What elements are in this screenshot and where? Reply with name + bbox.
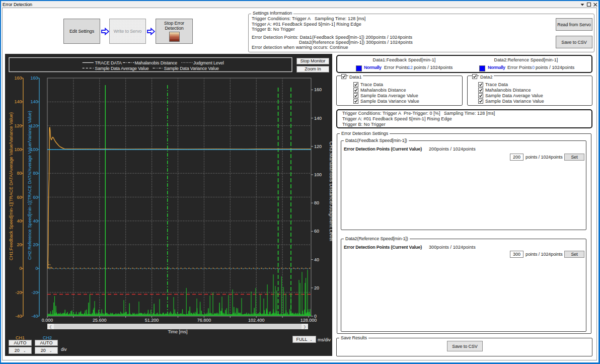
svg-text:20: 20	[17, 242, 22, 247]
svg-text:CH3:Mahalanobis Distance/Judgm: CH3:Mahalanobis Distance/Judgment Level	[329, 141, 332, 241]
svg-text:100: 100	[314, 172, 322, 177]
svg-text:160: 160	[314, 87, 322, 92]
svg-text:-40: -40	[31, 314, 38, 319]
svg-text:76.800: 76.800	[197, 318, 211, 323]
svg-text:60: 60	[17, 195, 22, 200]
svg-text:CH1:Feedback Speed[min-1](TRAC: CH1:Feedback Speed[min-1](TRACE DATA/Ave…	[9, 112, 14, 260]
svg-text:-40: -40	[15, 314, 22, 319]
svg-text:-20: -20	[31, 290, 38, 295]
svg-text:20: 20	[314, 285, 319, 290]
svg-text:-20: -20	[15, 290, 22, 295]
svg-text:Sample Data Average Value: Sample Data Average Value	[95, 66, 148, 71]
svg-text:20: 20	[33, 242, 38, 247]
svg-text:60: 60	[314, 229, 319, 234]
svg-text:Mahalanobis Distance: Mahalanobis Distance	[135, 60, 178, 65]
svg-text:60: 60	[33, 195, 38, 200]
svg-text:120: 120	[314, 144, 322, 149]
svg-text:128.000: 128.000	[301, 318, 317, 323]
svg-text:0: 0	[35, 266, 38, 271]
svg-text:40: 40	[314, 257, 319, 262]
svg-text:51.200: 51.200	[145, 318, 159, 323]
svg-text:0: 0	[19, 266, 22, 271]
svg-text:100: 100	[14, 147, 22, 152]
svg-text:40: 40	[33, 219, 38, 224]
svg-text:140: 140	[314, 116, 322, 121]
svg-text:80: 80	[17, 171, 22, 176]
svg-text:160: 160	[14, 76, 22, 81]
svg-text:80: 80	[314, 200, 319, 205]
svg-text:Judgment Level: Judgment Level	[193, 60, 224, 65]
svg-text:120: 120	[14, 123, 22, 128]
svg-text:140: 140	[30, 99, 38, 104]
svg-text:80: 80	[33, 171, 38, 176]
svg-text:102.400: 102.400	[248, 318, 265, 323]
svg-text:160: 160	[30, 76, 38, 81]
svg-text:Sample Data Variance Value: Sample Data Variance Value	[164, 66, 219, 71]
svg-text:25.600: 25.600	[93, 318, 107, 323]
svg-text:0.000: 0.000	[42, 318, 53, 323]
svg-text:140: 140	[14, 99, 22, 104]
svg-text:CH2:Reference Speed[min-1](TRA: CH2:Reference Speed[min-1](TRACE DATA/Av…	[27, 111, 32, 260]
svg-text:40: 40	[17, 219, 22, 224]
svg-text:TRACE DATA: TRACE DATA	[95, 60, 122, 65]
